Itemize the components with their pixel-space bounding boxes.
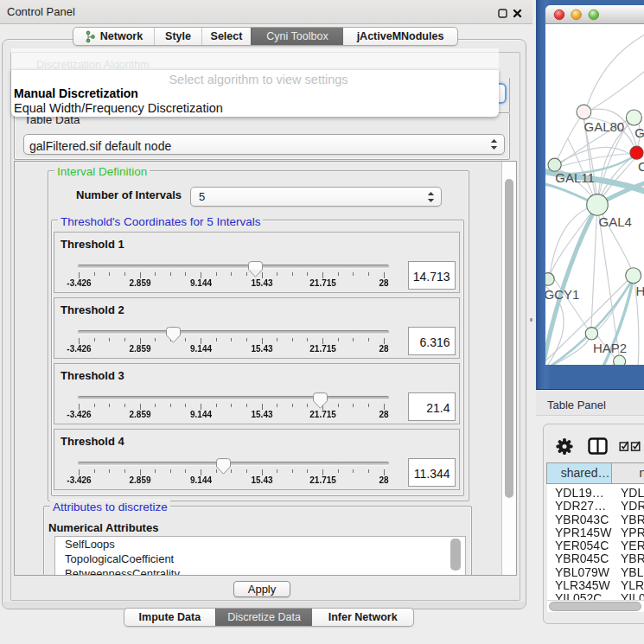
svg-text:GCY1: GCY1	[545, 287, 579, 302]
svg-text:GAL11: GAL11	[555, 170, 595, 185]
svg-text:HAP2: HAP2	[593, 341, 627, 355]
svg-text:GAL80: GAL80	[584, 119, 625, 134]
svg-text:C: C	[638, 159, 644, 174]
svg-text:GAL4: GAL4	[599, 214, 632, 229]
svg-text:H: H	[636, 284, 644, 298]
svg-text:GAL4: GAL4	[634, 125, 644, 140]
